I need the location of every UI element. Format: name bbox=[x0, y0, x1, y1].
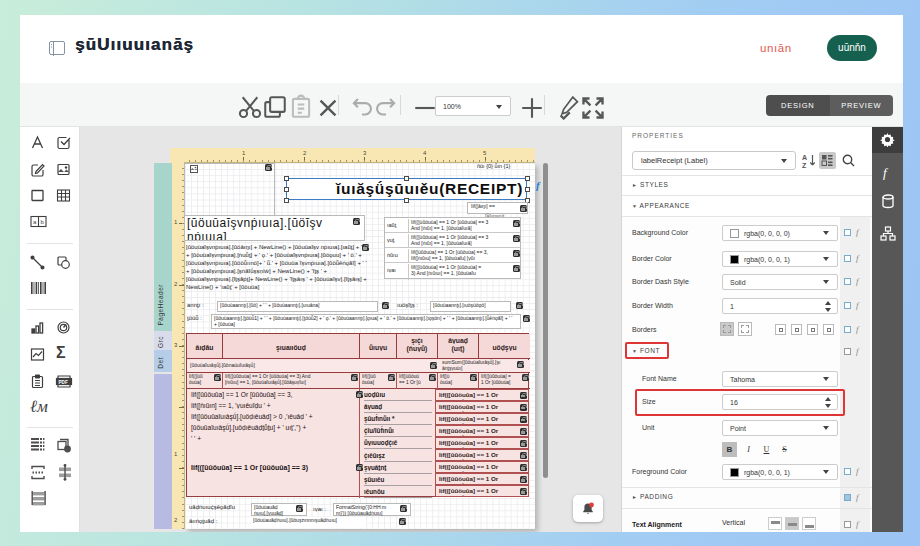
svg-text:PDF: PDF bbox=[59, 380, 68, 385]
svg-text:A: A bbox=[802, 154, 807, 161]
svg-text:Z: Z bbox=[802, 162, 807, 169]
svg-text:b: b bbox=[41, 219, 45, 225]
svg-text:a: a bbox=[33, 219, 37, 225]
